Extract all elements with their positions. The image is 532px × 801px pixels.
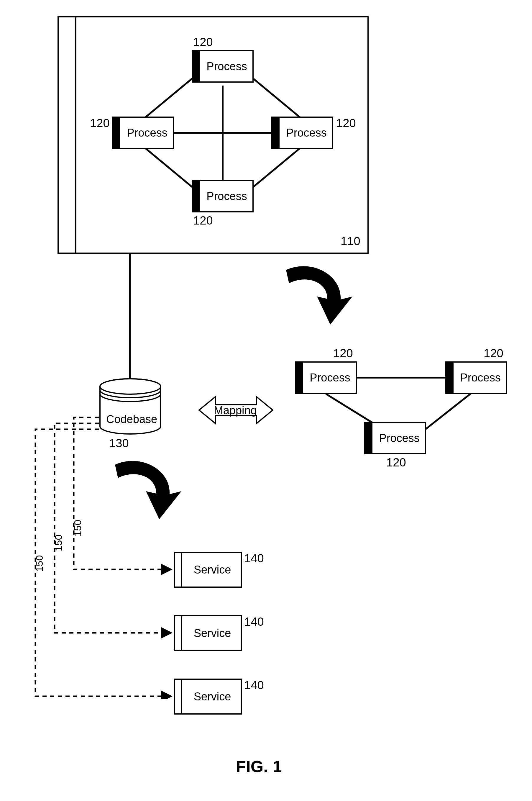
process-label: Process: [281, 118, 332, 148]
ref-120: 120: [90, 116, 110, 130]
ref-120: 120: [386, 456, 406, 469]
ref-120: 120: [193, 35, 213, 49]
dashed-connectors: 150 150 150: [21, 401, 177, 699]
ref-120: 120: [333, 347, 353, 360]
ref-120: 120: [193, 214, 213, 227]
svg-text:150: 150: [34, 555, 45, 572]
monolith-to-codebase-connector: [127, 254, 133, 379]
ref-140: 140: [244, 615, 264, 628]
process-label: Process: [201, 181, 252, 211]
ref-120: 120: [483, 347, 504, 360]
process-label: Process: [121, 118, 173, 148]
process-box-accent: [295, 361, 303, 394]
svg-line-10: [422, 394, 470, 432]
service-label: Service: [184, 616, 241, 650]
figure-title: FIG. 1: [236, 757, 282, 776]
process-box-accent: [364, 422, 373, 454]
ref-140: 140: [244, 552, 264, 565]
process-box-top: Process: [192, 50, 253, 82]
process-box-bottom: Process: [192, 180, 253, 212]
service-box: Service: [174, 552, 242, 588]
process-label: Process: [304, 362, 356, 393]
svg-text:150: 150: [72, 520, 83, 537]
process-box-accent: [112, 116, 120, 149]
service-box-strip: [181, 678, 182, 714]
process-box-accent: [271, 116, 280, 149]
process-box-left: Process: [112, 116, 174, 149]
service-label: Service: [184, 680, 241, 713]
mapping-label: Mapping: [214, 404, 257, 417]
service-box: Service: [174, 615, 242, 651]
transition-arrow-icon: [277, 261, 354, 332]
service-box-strip: [181, 552, 182, 588]
process-box-ext-bottom: Process: [364, 422, 426, 454]
svg-point-13: [100, 379, 161, 394]
process-box-accent: [192, 180, 200, 212]
ref-110: 110: [341, 235, 360, 248]
service-box: Service: [174, 678, 242, 714]
ref-140: 140: [244, 678, 264, 692]
process-label: Process: [201, 51, 252, 81]
process-label: Process: [374, 423, 425, 453]
process-box-accent: [445, 361, 454, 394]
ref-120: 120: [336, 116, 356, 130]
svg-text:150: 150: [53, 535, 64, 552]
process-label: Process: [455, 362, 506, 393]
service-label: Service: [184, 553, 241, 586]
figure-1-diagram: Process 120 Process 120 Process 120 Proc…: [0, 0, 532, 801]
process-box-ext-right: Process: [445, 361, 507, 394]
process-box-ext-left: Process: [295, 361, 357, 394]
process-box-accent: [192, 50, 200, 82]
process-box-right: Process: [271, 116, 333, 149]
service-box-strip: [181, 615, 182, 651]
